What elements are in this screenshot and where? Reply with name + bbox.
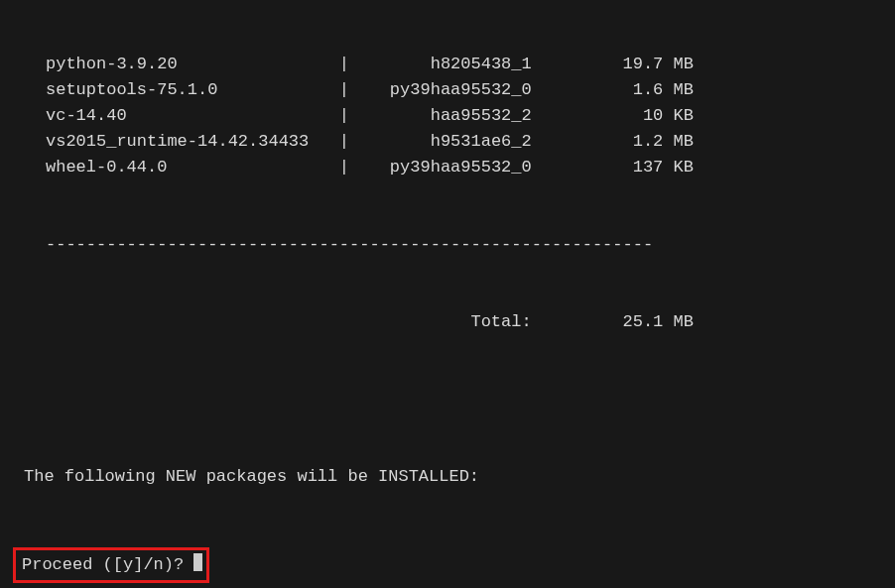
proceed-prompt[interactable]: Proceed ([y]/n)? [13, 547, 209, 583]
proceed-prompt-text: Proceed ([y]/n)? [22, 555, 193, 574]
download-separator: ----------------------------------------… [46, 235, 653, 254]
install-header: The following NEW packages will be INSTA… [24, 464, 883, 490]
download-size: 1.6 MB [532, 80, 694, 99]
download-build: py39haa95532_0 [349, 80, 532, 99]
download-column-separator: | [329, 80, 349, 99]
download-name: wheel-0.44.0 [46, 158, 329, 176]
download-total-row: Total: 25.1 MB [24, 309, 883, 335]
download-name: vc-14.40 [46, 106, 329, 125]
download-column-separator: | [329, 55, 349, 73]
cursor-icon [193, 553, 202, 571]
download-size: 1.2 MB [532, 132, 694, 151]
download-column-separator: | [329, 132, 349, 151]
download-name: setuptools-75.1.0 [46, 80, 329, 99]
total-value: 25.1 MB [532, 312, 694, 331]
download-row: vs2015_runtime-14.42.34433 | h9531ae6_2 … [24, 129, 883, 155]
download-size: 137 KB [532, 158, 694, 176]
download-column-separator: | [329, 158, 349, 176]
download-row: wheel-0.44.0 | py39haa95532_0 137 KB [24, 155, 883, 180]
download-build: py39haa95532_0 [349, 158, 532, 176]
download-name: vs2015_runtime-14.42.34433 [46, 132, 329, 151]
download-name: python-3.9.20 [46, 55, 329, 73]
download-build: h9531ae6_2 [349, 132, 532, 151]
download-row: python-3.9.20 | h8205438_1 19.7 MB [24, 52, 883, 77]
download-build: haa95532_2 [349, 106, 532, 125]
download-build: h8205438_1 [349, 55, 532, 73]
download-row: vc-14.40 | haa95532_2 10 KB [24, 103, 883, 129]
total-label: Total: [46, 312, 532, 331]
terminal-output: python-3.9.20 | h8205438_1 19.7 MBsetupt… [0, 0, 895, 588]
download-size: 19.7 MB [532, 55, 694, 73]
download-row: setuptools-75.1.0 | py39haa95532_0 1.6 M… [24, 77, 883, 103]
download-size: 10 KB [532, 106, 694, 125]
download-column-separator: | [329, 106, 349, 125]
